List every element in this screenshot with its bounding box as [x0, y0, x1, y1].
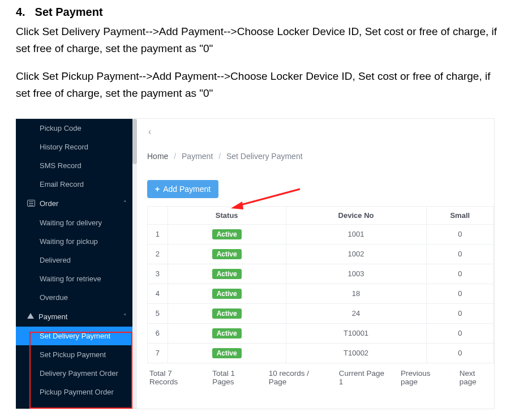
instruction-paragraph-2: Click Set Pickup Payment-->Add Payment--… — [16, 68, 499, 102]
sidebar-item-waiting-pickup[interactable]: Waiting for pickup — [16, 232, 137, 251]
sidebar-item-overdue[interactable]: Overdue — [16, 288, 137, 307]
pager-total-records: Total 7 Records — [149, 369, 202, 386]
cell-status: Active — [168, 264, 286, 284]
sidebar-group-order[interactable]: Order ˄ — [16, 194, 137, 213]
cell-device-no: T10001 — [286, 323, 426, 343]
cell-index: 7 — [148, 343, 168, 363]
table-row[interactable]: 3Active10030 — [148, 264, 494, 284]
breadcrumb-home[interactable]: Home — [147, 152, 168, 161]
section-title: Set Payment — [35, 6, 103, 18]
status-badge: Active — [212, 249, 242, 259]
status-badge: Active — [212, 289, 242, 299]
cell-index: 4 — [148, 284, 168, 303]
sidebar-item-pickup-code[interactable]: Pickup Code — [16, 119, 137, 138]
section-heading: 4. Set Payment — [16, 6, 499, 19]
table-row[interactable]: 5Active240 — [148, 303, 494, 323]
cell-index: 5 — [148, 303, 168, 323]
cell-small: 0 — [426, 244, 493, 264]
sidebar-item-history-record[interactable]: History Record — [16, 138, 137, 156]
cell-device-no: 1001 — [286, 224, 426, 244]
status-badge: Active — [212, 328, 242, 338]
col-device-no: Device No — [286, 206, 426, 224]
status-badge: Active — [212, 269, 242, 279]
cell-status: Active — [168, 284, 286, 303]
sidebar-item-delivered[interactable]: Delivered — [16, 251, 137, 269]
svg-line-0 — [237, 189, 300, 206]
table-row[interactable]: 2Active10020 — [148, 244, 494, 264]
sidebar: Pickup Code History Record SMS Record Em… — [16, 119, 137, 409]
sidebar-item-delivery-payment-order[interactable]: Delivery Payment Order — [16, 364, 137, 383]
payment-icon — [27, 313, 34, 319]
table-row[interactable]: 7ActiveT100020 — [148, 343, 494, 363]
status-badge: Active — [212, 308, 242, 319]
sidebar-group-payment-label: Payment — [38, 312, 67, 321]
document-body: 4. Set Payment Click Set Delivery Paymen… — [0, 0, 515, 118]
order-icon — [27, 200, 35, 207]
breadcrumb-leaf: Set Delivery Payment — [226, 152, 303, 161]
pager-page-size[interactable]: 10 records / Page — [269, 369, 329, 386]
back-chevron-icon[interactable]: ‹ — [141, 119, 155, 137]
chevron-up-icon: ˄ — [123, 200, 127, 207]
table-header-row: Status Device No Small — [148, 206, 494, 224]
table-row[interactable]: 1Active10010 — [148, 224, 494, 244]
section-number: 4. — [16, 6, 32, 19]
table-row[interactable]: 4Active180 — [148, 284, 494, 303]
add-payment-label: Add Payment — [163, 185, 211, 194]
cell-status: Active — [168, 244, 286, 264]
sidebar-item-pickup-payment-order[interactable]: Pickup Payment Order — [16, 383, 137, 401]
breadcrumb-payment[interactable]: Payment — [182, 152, 213, 161]
status-badge: Active — [212, 229, 242, 239]
screenshot-region: Pickup Code History Record SMS Record Em… — [16, 118, 495, 409]
cell-small: 0 — [426, 323, 493, 343]
cell-index: 1 — [148, 224, 168, 244]
cell-index: 2 — [148, 244, 168, 264]
pager-prev[interactable]: Previous page — [401, 369, 449, 386]
sidebar-item-waiting-retrieve[interactable]: Waiting for retrieve — [16, 269, 137, 288]
sidebar-item-set-pickup-payment[interactable]: Set Pickup Payment — [16, 345, 137, 364]
col-index — [148, 206, 168, 224]
cell-device-no: 1003 — [286, 264, 426, 284]
cell-status: Active — [168, 343, 286, 363]
cell-device-no: 24 — [286, 303, 426, 323]
cell-small: 0 — [426, 224, 493, 244]
payment-table: Status Device No Small 1Active100102Acti… — [147, 206, 494, 363]
cell-status: Active — [168, 303, 286, 323]
main-panel: ‹ Home / Payment / Set Delivery Payment … — [141, 119, 494, 409]
instruction-paragraph-1: Click Set Delivery Payment-->Add Payment… — [16, 23, 499, 58]
sidebar-item-set-delivery-payment[interactable]: Set Delivery Payment — [16, 327, 137, 345]
plus-icon: + — [155, 185, 160, 194]
cell-small: 0 — [426, 264, 493, 284]
status-badge: Active — [212, 348, 242, 358]
cell-index: 6 — [148, 323, 168, 343]
cell-device-no: T10002 — [286, 343, 426, 363]
table-row[interactable]: 6ActiveT100010 — [148, 323, 494, 343]
cell-small: 0 — [426, 284, 493, 303]
content-panel: + Add Payment Status Device No Small 1Ac — [147, 180, 494, 386]
breadcrumb: Home / Payment / Set Delivery Payment — [141, 137, 494, 169]
sidebar-item-email-record[interactable]: Email Record — [16, 175, 137, 194]
pager-current-page: Current Page 1 — [339, 369, 390, 386]
sidebar-group-payment[interactable]: Payment ˄ — [16, 307, 137, 327]
sidebar-item-waiting-delivery[interactable]: Waiting for delivery — [16, 213, 137, 232]
pager-next[interactable]: Next page — [460, 369, 494, 386]
col-status: Status — [168, 206, 286, 224]
cell-index: 3 — [148, 264, 168, 284]
sidebar-group-order-label: Order — [40, 199, 58, 208]
breadcrumb-sep: / — [170, 152, 179, 161]
col-small: Small — [426, 206, 493, 224]
cell-small: 0 — [426, 303, 493, 323]
chevron-up-icon: ˄ — [123, 313, 127, 320]
pagination-bar: Total 7 Records Total 1 Pages 10 records… — [147, 363, 494, 386]
cell-small: 0 — [426, 343, 493, 363]
breadcrumb-sep: / — [215, 152, 224, 161]
add-payment-button[interactable]: + Add Payment — [147, 180, 218, 198]
cell-status: Active — [168, 224, 286, 244]
cell-device-no: 1002 — [286, 244, 426, 264]
cell-status: Active — [168, 323, 286, 343]
sidebar-scrollbar[interactable] — [132, 119, 137, 409]
cell-device-no: 18 — [286, 284, 426, 303]
pager-total-pages: Total 1 Pages — [212, 369, 258, 386]
sidebar-item-sms-record[interactable]: SMS Record — [16, 156, 137, 175]
